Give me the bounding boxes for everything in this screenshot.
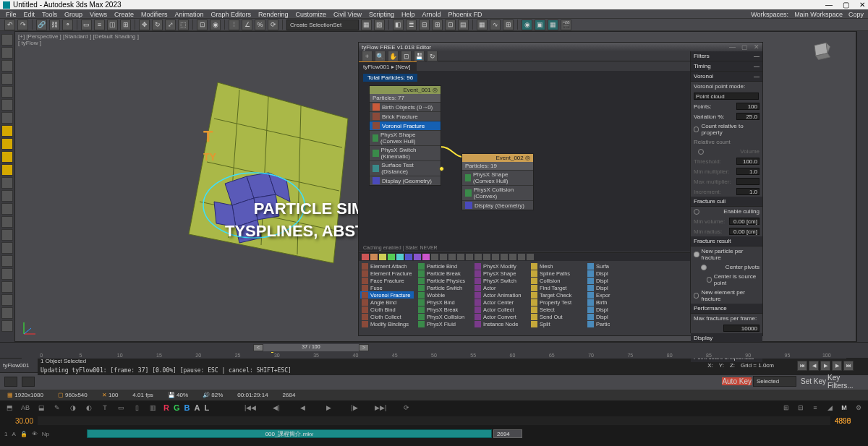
nle-layout-icon[interactable]: ⊟ <box>796 403 806 413</box>
ops-cat-icon[interactable] <box>492 254 499 260</box>
operator-item[interactable]: Cloth Collect <box>360 313 414 320</box>
operator-item[interactable]: Face Fracture <box>360 277 414 284</box>
minrad-input[interactable]: 0.00 [cm] <box>729 228 760 235</box>
variation-input[interactable]: 25.0 <box>736 113 760 120</box>
operator-item[interactable]: Particle Physics <box>417 277 470 284</box>
operator-item[interactable]: Actor Convert <box>473 313 527 320</box>
operator-item[interactable]: Voronoi Fracture <box>360 291 414 299</box>
align-button[interactable]: ≣ <box>406 20 417 30</box>
ty-close-button[interactable]: ✕ <box>754 43 760 51</box>
align4-button[interactable]: ⊡ <box>445 20 456 30</box>
op-row[interactable]: PhysX Shape (Convex Hull) <box>462 170 533 185</box>
keyfilters-button[interactable]: Key Filters... <box>827 374 864 390</box>
op-row[interactable]: PhysX Shape (Convex Hull) <box>370 130 441 145</box>
keymode-dropdown[interactable]: Selected <box>753 376 796 387</box>
maxscript-button[interactable] <box>4 377 17 387</box>
scale-button[interactable]: ⤢ <box>165 20 176 30</box>
copy-button[interactable]: Copy <box>848 11 864 18</box>
window-cross-button[interactable]: ⊞ <box>120 20 131 30</box>
operator-item[interactable]: Target Check <box>529 291 583 299</box>
viewport-label[interactable]: [+] [Perspective ] [Standard ] [Default … <box>18 33 139 46</box>
nle-layout-icon[interactable]: ⊞ <box>781 403 791 413</box>
goto-start-button[interactable]: |◀◀ <box>244 403 257 413</box>
nle-timeline[interactable]: 30.00 4890 4898 <box>0 414 868 427</box>
tool-icon[interactable] <box>1 320 13 332</box>
menu-item[interactable]: Civil View <box>333 11 362 17</box>
operator-item[interactable]: Displ <box>586 270 639 277</box>
radio[interactable] <box>694 293 699 299</box>
link-button[interactable]: 🔗 <box>36 20 47 30</box>
nle-btn[interactable]: ▥ <box>148 403 158 413</box>
nle-btn[interactable]: ◐ <box>84 403 94 413</box>
ops-cat-icon[interactable] <box>405 254 412 260</box>
viewcube[interactable] <box>808 38 834 64</box>
op-row[interactable]: Birth Objects (0→0) <box>370 102 441 111</box>
slider-handle[interactable]: < 37 / 100 > <box>253 344 369 351</box>
menu-item[interactable]: Phoenix FD <box>448 11 482 17</box>
nle-gear-icon[interactable]: ⚙ <box>854 403 864 413</box>
event-node-2[interactable]: Event_002 ◎ Particles: 19 PhysX Shape (C… <box>461 153 534 210</box>
menu-item[interactable]: Animation <box>174 11 203 17</box>
operator-item[interactable]: Particle Bind <box>417 262 470 270</box>
nle-btn[interactable]: ⬒ <box>4 403 14 413</box>
tool-icon[interactable] <box>1 112 13 124</box>
ops-cat-icon[interactable] <box>501 254 508 260</box>
ops-cat-icon[interactable] <box>379 254 386 260</box>
nle-btn[interactable]: ▭ <box>116 403 126 413</box>
ops-cat-icon[interactable] <box>483 254 490 260</box>
play-button[interactable]: ▶ <box>322 403 335 413</box>
operator-item[interactable]: Spline Paths <box>529 270 583 277</box>
menu-item[interactable]: Modifiers <box>141 11 168 17</box>
menu-item[interactable]: Arnold <box>422 11 441 17</box>
step-fwd-button[interactable]: |▶ <box>348 403 361 413</box>
tool-icon[interactable] <box>1 216 13 228</box>
marker-clip[interactable]: 2694 <box>493 429 522 438</box>
rollout-header[interactable]: Timing— <box>691 61 762 72</box>
operator-item[interactable]: Modify Bindings <box>360 320 414 327</box>
schematic-button[interactable]: ⊞ <box>503 20 514 30</box>
operator-item[interactable]: Select <box>529 306 583 313</box>
ty-zoom-icon[interactable]: 🔍 <box>375 51 386 61</box>
track-header[interactable]: 1 A 🔒 👁 Np <box>0 431 87 437</box>
op-row[interactable]: Display (Geometry) <box>370 176 441 185</box>
channel-a[interactable]: A <box>194 403 200 412</box>
ops-cat-icon[interactable] <box>448 254 456 260</box>
ops-cat-icon[interactable] <box>440 254 447 260</box>
nle-btn[interactable]: ⬓ <box>36 403 46 413</box>
checkbox[interactable] <box>701 265 707 270</box>
ty-refresh-icon[interactable]: ↻ <box>427 51 438 61</box>
operator-item[interactable]: Cloth Bind <box>360 306 414 313</box>
redo-button[interactable]: ↷ <box>17 20 28 30</box>
operator-item[interactable]: Element Fracture <box>360 270 414 277</box>
placement-button[interactable]: ⬚ <box>178 20 189 30</box>
select-region-button[interactable]: ◫ <box>107 20 118 30</box>
menu-item[interactable]: Edit <box>24 11 35 17</box>
timeline-ruler[interactable]: 0510152025303540455055606570758085909510… <box>22 353 846 359</box>
operator-item[interactable]: Displ <box>586 284 639 291</box>
align5-button[interactable]: ▤ <box>458 20 469 30</box>
pivot-button[interactable]: ◉ <box>210 20 221 30</box>
menu-item[interactable]: Graph Editors <box>210 11 251 17</box>
ops-cat-icon[interactable] <box>527 254 534 260</box>
op-row[interactable]: Display (Geometry) <box>462 200 533 210</box>
minmul-input[interactable]: 1.0 <box>736 168 760 175</box>
angle-snap-button[interactable]: ∠ <box>242 20 252 30</box>
operator-item[interactable]: Birth <box>586 299 639 306</box>
step-back-button[interactable]: ◀| <box>270 403 283 413</box>
rollout-header[interactable]: Voronoi— <box>691 72 762 82</box>
command-panel-strip[interactable] <box>856 31 868 342</box>
tool-icon[interactable] <box>1 294 13 306</box>
op-row[interactable]: PhysX Switch (Kinematic) <box>370 145 441 160</box>
operator-item[interactable]: Fuse <box>360 284 414 291</box>
play-button[interactable]: ▶ <box>820 361 830 371</box>
spinner-snap-button[interactable]: ⟳ <box>268 20 278 30</box>
channel-g[interactable]: G <box>174 403 180 412</box>
create-tab-icon[interactable] <box>1 34 13 46</box>
bind-button[interactable]: ⚬ <box>62 20 73 30</box>
next-frame-button[interactable]: ▶ <box>832 361 842 371</box>
ops-cat-icon[interactable] <box>518 254 525 260</box>
operator-item[interactable]: PhysX Fluid <box>417 320 470 327</box>
goto-end-button[interactable]: ▶▶| <box>374 403 387 413</box>
operator-item[interactable]: Element Attach <box>360 262 414 270</box>
workspace-name[interactable]: Main Workspace <box>794 11 843 18</box>
